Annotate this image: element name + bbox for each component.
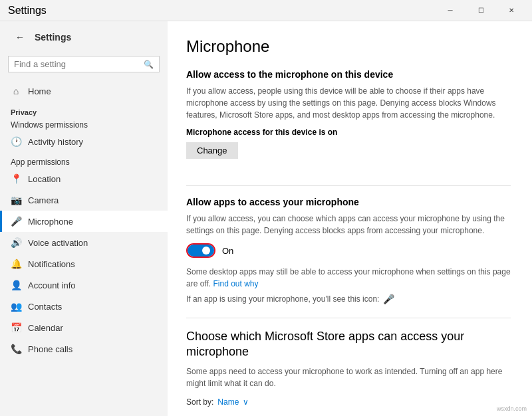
main-container: ← Settings 🔍 ⌂ Home Privacy Windows perm… (0, 21, 532, 416)
activity-history-icon: 🕐 (11, 136, 21, 147)
sidebar: ← Settings 🔍 ⌂ Home Privacy Windows perm… (0, 21, 168, 416)
voice-activation-icon: 🔊 (11, 237, 21, 248)
sidebar-item-label: Notifications (28, 259, 75, 269)
sidebar-item-activity-history[interactable]: 🕐 Activity history (0, 131, 168, 152)
desktop-apps-info: Some desktop apps may still be able to a… (186, 266, 511, 290)
icon-example-text: If an app is using your microphone, you'… (186, 294, 379, 304)
close-button[interactable]: ✕ (496, 0, 527, 21)
sidebar-item-calendar[interactable]: 📅 Calendar (0, 317, 168, 338)
titlebar-controls: ─ ☐ ✕ (435, 0, 527, 21)
toggle-track (188, 245, 214, 257)
sidebar-app-title: Settings (35, 32, 71, 43)
sidebar-item-microphone[interactable]: 🎤 Microphone (0, 211, 168, 232)
sidebar-item-label: Location (28, 174, 61, 184)
allow-device-desc: If you allow access, people using this d… (186, 85, 511, 121)
calendar-icon: 📅 (11, 322, 21, 333)
mic-icon-example: 🎤 (383, 294, 394, 304)
divider-1 (186, 185, 511, 186)
microphone-toggle[interactable] (186, 243, 215, 258)
sidebar-item-label: Voice activation (28, 238, 88, 248)
sidebar-item-label: Contacts (28, 302, 62, 312)
notifications-icon: 🔔 (11, 259, 21, 269)
sort-label: Sort by: (186, 397, 213, 407)
titlebar-left: Settings (8, 5, 47, 17)
page-title: Microphone (186, 37, 511, 56)
sidebar-item-account-info[interactable]: 👤 Account info (0, 274, 168, 296)
sidebar-item-camera[interactable]: 📷 Camera (0, 189, 168, 211)
search-box: 🔍 (8, 56, 160, 72)
maximize-button[interactable]: ☐ (466, 0, 496, 21)
device-status-label: Microphone access for this device is on (186, 128, 511, 137)
change-button[interactable]: Change (186, 142, 238, 159)
sidebar-item-notifications[interactable]: 🔔 Notifications (0, 253, 168, 274)
minimize-button[interactable]: ─ (435, 0, 466, 21)
sidebar-item-label: Camera (28, 195, 59, 205)
toggle-label: On (222, 246, 233, 256)
camera-icon: 📷 (11, 195, 21, 205)
sidebar-item-contacts[interactable]: 👥 Contacts (0, 296, 168, 317)
toggle-thumb (202, 247, 210, 255)
titlebar: Settings ─ ☐ ✕ (0, 0, 532, 21)
phone-calls-icon: 📞 (11, 344, 21, 354)
privacy-section-label: Privacy (0, 102, 168, 119)
allow-device-heading: Allow access to the microphone on this d… (186, 69, 511, 80)
watermark: wsxdn.com (497, 405, 527, 412)
microphone-icon: 🎤 (11, 216, 21, 227)
allow-apps-desc: If you allow access, you can choose whic… (186, 213, 511, 237)
contacts-icon: 👥 (11, 301, 21, 312)
toggle-row: On (186, 243, 511, 258)
back-button[interactable]: ← (11, 28, 29, 47)
sort-row: Sort by: Name ∨ (186, 397, 511, 407)
search-icon: 🔍 (144, 60, 154, 69)
search-input[interactable] (14, 59, 140, 69)
sidebar-item-location[interactable]: 📍 Location (0, 168, 168, 189)
store-desc: Some apps need to access your microphone… (186, 365, 511, 389)
sidebar-item-label: Account info (28, 280, 76, 290)
sidebar-item-label: Home (28, 86, 51, 96)
sidebar-item-label: Calendar (28, 323, 63, 333)
sidebar-item-home[interactable]: ⌂ Home (0, 80, 168, 102)
titlebar-title: Settings (8, 5, 47, 17)
sidebar-item-label: Activity history (28, 137, 83, 147)
sidebar-item-phone-calls[interactable]: 📞 Phone calls (0, 338, 168, 360)
home-icon: ⌂ (11, 86, 21, 96)
account-info-icon: 👤 (11, 280, 21, 290)
windows-permissions-label: Windows permissions (0, 119, 168, 131)
icon-example: If an app is using your microphone, you'… (186, 294, 511, 304)
sort-arrow-icon: ∨ (243, 397, 249, 407)
store-section-title: Choose which Microsoft Store apps can ac… (186, 329, 511, 360)
find-out-why-link[interactable]: Find out why (213, 279, 258, 288)
sidebar-nav-top: ← Settings (0, 21, 168, 53)
sidebar-item-label: Phone calls (28, 344, 72, 354)
allow-apps-heading: Allow apps to access your microphone (186, 197, 511, 207)
content-area: Microphone Allow access to the microphon… (168, 21, 532, 416)
sidebar-item-voice-activation[interactable]: 🔊 Voice activation (0, 232, 168, 253)
divider-2 (186, 318, 511, 318)
sort-value[interactable]: Name (217, 397, 239, 407)
app-permissions-label: App permissions (0, 152, 168, 168)
sidebar-item-label: Microphone (28, 217, 73, 227)
location-icon: 📍 (11, 173, 21, 184)
